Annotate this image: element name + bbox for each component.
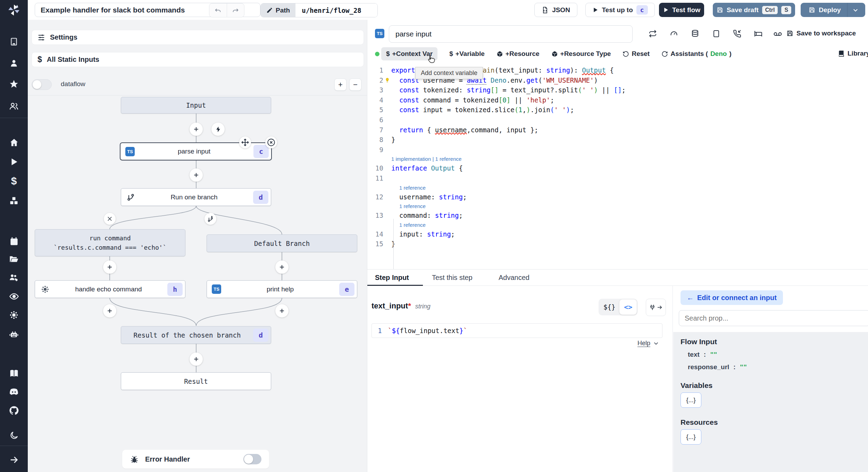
prop-row-response-url[interactable]: response_url:"" (688, 363, 868, 371)
tab-advanced[interactable]: Advanced (499, 270, 529, 285)
add-step-button[interactable] (190, 168, 203, 182)
groups-users-gear-icon[interactable] (0, 271, 28, 284)
save-to-workspace-button[interactable]: Save to workspace (786, 30, 856, 37)
arrow-left-icon: ← (687, 294, 694, 302)
delete-step-button[interactable] (265, 136, 277, 148)
code-line: 14 input: string; (367, 229, 868, 239)
node-parse-input-label: parse input (135, 148, 253, 155)
add-resource-type-button[interactable]: +Resource Type (551, 50, 611, 58)
dollar-icon: $ (386, 50, 390, 58)
audit-eye-icon[interactable] (0, 289, 28, 303)
members-users-icon[interactable] (0, 99, 28, 113)
dark-mode-moon-icon[interactable] (0, 428, 28, 442)
step-name-input[interactable] (389, 25, 633, 43)
save-icon (717, 7, 723, 13)
expression-editor[interactable]: 1 `${flow_input.text}` (372, 323, 662, 338)
square-icon[interactable] (712, 30, 720, 38)
node-print-help[interactable]: TS print help e (207, 280, 357, 298)
json-button[interactable]: JSON (534, 3, 577, 17)
add-step-button[interactable] (275, 260, 289, 274)
github-icon[interactable] (0, 404, 28, 417)
move-step-button[interactable] (239, 136, 251, 148)
codelens[interactable]: 1 reference (367, 183, 868, 192)
runs-play-icon[interactable] (0, 155, 28, 169)
remove-branch-button[interactable] (104, 213, 116, 225)
add-variable-button[interactable]: $+Variable (449, 50, 485, 58)
default-branch-label: Default Branch (254, 240, 310, 247)
all-static-inputs-button[interactable]: $ All Static Inputs (32, 52, 364, 67)
workers-robot-icon[interactable] (0, 327, 28, 341)
phone-incoming-icon[interactable] (733, 30, 741, 38)
variables-dollar-icon[interactable]: $ (0, 174, 28, 188)
voicemail-icon[interactable] (773, 30, 782, 39)
field-name: text_input*string (372, 301, 431, 310)
code-mode-button[interactable]: <> (619, 299, 637, 315)
code-editor[interactable]: 1export async function main(text_input: … (367, 65, 868, 269)
search-prop-input[interactable] (679, 310, 868, 326)
codelens[interactable]: 1 reference (367, 202, 868, 210)
settings-gear-icon[interactable] (0, 308, 28, 322)
dataflow-toggle[interactable] (32, 79, 52, 90)
add-branch-button[interactable] (205, 213, 216, 225)
deploy-button[interactable]: Deploy (802, 6, 847, 14)
resources-object-chip[interactable]: {...} (681, 429, 701, 445)
workspace-building-icon[interactable] (0, 35, 28, 49)
node-branch-run-command[interactable]: run command `results.c.command === 'echo… (35, 229, 185, 256)
bed-icon[interactable] (754, 30, 762, 38)
add-step-button[interactable] (103, 304, 116, 317)
reset-button[interactable]: Reset (623, 50, 650, 58)
zoom-in-button[interactable]: + (334, 78, 347, 91)
user-icon[interactable] (0, 56, 28, 70)
node-result-chosen-branch[interactable]: Result of the chosen branch d (121, 326, 271, 344)
path-value-input[interactable]: u/henri/flow_28 (295, 3, 377, 17)
trigger-bolt-button[interactable] (211, 123, 225, 136)
undo-button[interactable] (209, 3, 227, 17)
codelens[interactable]: 1 implementation | 1 reference (367, 155, 868, 163)
library-button[interactable]: Library (838, 50, 868, 57)
add-step-button[interactable] (103, 260, 116, 274)
save-to-workspace-label: Save to workspace (796, 30, 856, 37)
variables-object-chip[interactable]: {...} (681, 392, 701, 408)
connect-input-plug-button[interactable] (646, 299, 666, 316)
add-step-button[interactable] (275, 304, 289, 317)
node-input[interactable]: Input (121, 97, 271, 114)
test-up-to-button[interactable]: Test up to c (585, 3, 655, 17)
database-icon[interactable] (691, 30, 699, 38)
deploy-button-group: Deploy (801, 3, 865, 17)
gauge-icon[interactable] (670, 30, 678, 38)
favorites-star-icon[interactable] (0, 77, 28, 91)
assistants-button[interactable]: Assistants (Deno) (661, 50, 732, 58)
node-default-branch[interactable]: Default Branch (207, 234, 357, 252)
deploy-dropdown-button[interactable] (848, 7, 863, 13)
flow-settings-button[interactable]: Settings (32, 30, 364, 45)
docs-book-icon[interactable] (0, 366, 28, 380)
flow-graph-panel: Settings $ All Static Inputs dataflow + … (28, 20, 367, 472)
prop-row-text[interactable]: text:"" (688, 351, 868, 358)
add-step-button[interactable] (190, 353, 203, 366)
save-draft-button[interactable]: Save draft Ctrl S (713, 3, 795, 17)
error-handler-toggle[interactable] (243, 454, 261, 464)
folders-icon[interactable] (0, 252, 28, 266)
node-result[interactable]: Result (121, 372, 271, 390)
windmill-logo-icon[interactable] (0, 0, 28, 20)
schedules-calendar-icon[interactable] (0, 234, 28, 248)
codelens[interactable]: 1 reference (367, 221, 868, 229)
add-step-button[interactable] (190, 123, 203, 136)
edit-or-connect-button[interactable]: ← Edit or connect an input (681, 290, 783, 305)
tab-step-input[interactable]: Step Input (375, 270, 409, 285)
discord-icon[interactable] (0, 385, 28, 399)
tab-test-this-step[interactable]: Test this step (432, 270, 473, 285)
repeat-icon[interactable] (649, 30, 657, 38)
zoom-out-button[interactable]: − (349, 78, 361, 91)
help-link[interactable]: Help (637, 340, 659, 347)
node-handle-echo-command[interactable]: handle echo command h (35, 280, 185, 298)
node-run-one-branch[interactable]: Run one branch d (121, 188, 271, 206)
add-resource-button[interactable]: +Resource (496, 50, 540, 58)
home-icon[interactable] (0, 135, 28, 149)
template-mode-button[interactable]: ${} (599, 303, 619, 311)
resources-boxes-icon[interactable] (0, 194, 28, 208)
path-edit-button[interactable]: Path (261, 3, 295, 17)
test-flow-button[interactable]: Test flow (659, 3, 704, 17)
expand-arrow-right-icon[interactable] (0, 453, 28, 467)
redo-button[interactable] (227, 3, 244, 17)
